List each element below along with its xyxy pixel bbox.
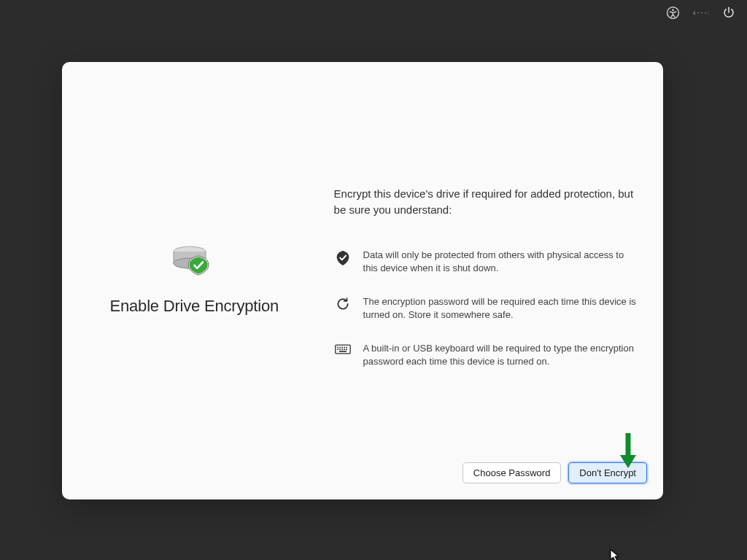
right-pane: Encrypt this device's drive if required … [327, 62, 663, 499]
page-title: Enable Drive Encryption [110, 297, 279, 316]
accessibility-icon[interactable] [666, 6, 680, 20]
svg-text:‹···›: ‹···› [693, 8, 709, 17]
svg-point-1 [672, 9, 674, 11]
svg-rect-10 [346, 347, 347, 349]
power-icon[interactable] [722, 6, 735, 19]
annotation-arrow [619, 432, 638, 472]
info-shield-text: Data will only be protected from others … [363, 249, 641, 275]
drive-encryption-icon [171, 246, 217, 278]
installer-panel: Enable Drive Encryption Encrypt this dev… [62, 62, 663, 499]
info-keyboard-text: A built-in or USB keyboard will be requi… [363, 342, 641, 368]
svg-rect-16 [338, 351, 346, 352]
mouse-cursor [610, 549, 620, 560]
svg-rect-13 [341, 349, 343, 351]
choose-password-button[interactable]: Choose Password [462, 462, 562, 483]
left-pane: Enable Drive Encryption [62, 62, 327, 499]
svg-rect-11 [337, 349, 338, 351]
restart-icon [334, 295, 352, 311]
info-keyboard: A built-in or USB keyboard will be requi… [334, 342, 641, 368]
svg-rect-12 [339, 349, 341, 351]
network-icon[interactable]: ‹···› [693, 7, 709, 18]
intro-text: Encrypt this device's drive if required … [334, 186, 641, 218]
info-shield: Data will only be protected from others … [334, 249, 641, 275]
shield-check-icon [334, 249, 352, 266]
info-restart: The encryption password will be required… [334, 295, 641, 322]
svg-rect-7 [339, 347, 341, 349]
svg-rect-8 [341, 347, 343, 349]
svg-rect-6 [337, 347, 338, 349]
top-bar: ‹···› [654, 0, 747, 25]
info-restart-text: The encryption password will be required… [363, 295, 641, 322]
svg-rect-15 [346, 349, 347, 351]
svg-rect-9 [344, 347, 345, 349]
svg-rect-14 [344, 349, 345, 351]
keyboard-icon [334, 342, 352, 355]
